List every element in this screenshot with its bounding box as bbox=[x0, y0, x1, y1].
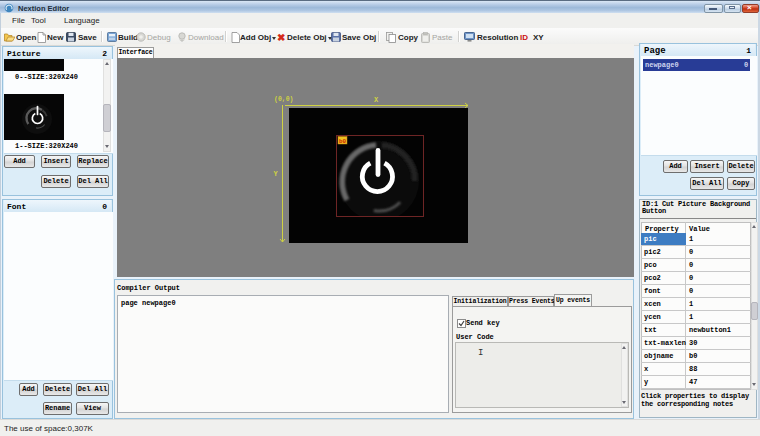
svg-text:b0: b0 bbox=[339, 138, 347, 145]
